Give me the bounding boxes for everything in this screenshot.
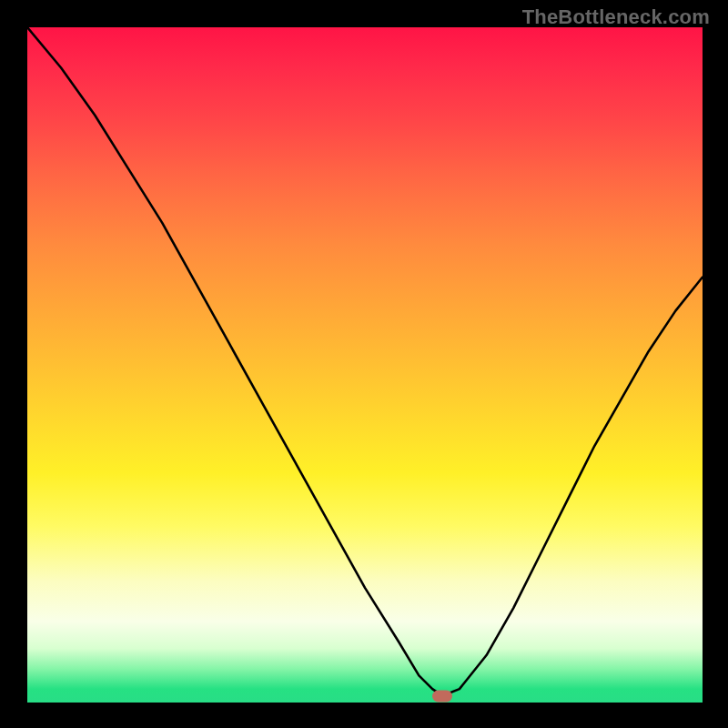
- optimal-point-marker: [432, 690, 452, 702]
- bottleneck-curve: [27, 27, 703, 703]
- plot-area: [27, 27, 703, 703]
- chart-frame: TheBottleneck.com: [0, 0, 728, 728]
- watermark-text: TheBottleneck.com: [522, 5, 710, 29]
